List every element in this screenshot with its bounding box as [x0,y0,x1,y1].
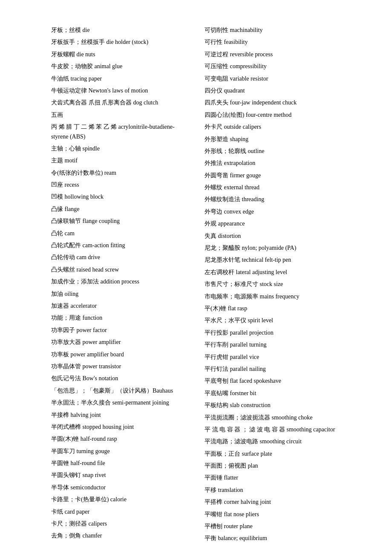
list-item: 可切削性 machinability [205,26,341,35]
list-item: 牛顿运动定律 Newton's laws of motion [51,86,187,95]
list-item: 五画 [51,110,187,120]
list-item: 平移 translation [205,486,341,495]
list-item: 卡纸 card paper [51,507,187,517]
left-column: 牙板；丝模 die牙板扳手；丝模扳手 die holder (stock)牙板螺… [51,26,187,546]
list-item: 平底弯刨 flat faced spokeshave [205,376,341,386]
list-item: 四圆心法(绘图) four-centre method [205,110,341,120]
list-item: 平行投影 parallel projection [205,328,341,338]
list-item: 去角；倒角 chamfer [51,531,187,541]
list-item: 功率放大器 power amplifier [51,338,187,347]
list-item: 平行钉法 parallel nailing [205,364,341,374]
list-item: 凹座 recess [51,180,187,190]
list-item: 凸头螺丝 raised head screw [51,265,187,275]
list-item: 加成作业；添加法 addition process [51,277,187,286]
list-item: 平衡 balance; equilibrium [205,534,341,543]
list-item: 卡尺；测径器 calipers [51,519,187,529]
list-item: 平行虎钳 parallel vice [205,353,341,362]
list-item: 凸缘 flange [51,205,187,214]
list-item: 牙板螺帽 die nuts [51,50,187,59]
list-item: 平搭榫 corner halving joint [205,497,341,507]
list-item: 左右调校杆 lateral adjusting level [205,268,341,277]
list-item: 外形线；轮廓线 outline [205,147,341,156]
list-item: 牙板扳手；丝模扳手 die holder (stock) [51,38,187,47]
list-item: 平面图；俯视图 plan [205,461,341,471]
list-item: 凹模 hollowing block [51,192,187,202]
list-item: 凸缘联轴节 flange coupling [51,217,187,226]
list-item: 外观 appearance [205,219,341,228]
list-item: 平(木)锉 flat rasp [205,304,341,313]
list-item: 平行车削 parallel turning [205,340,341,350]
list-item: 平槽刨 router plane [205,522,341,531]
list-item: 四分仪 quadrant [205,86,341,95]
list-item: 卡路里；卡(热量单位) calorie [51,495,187,504]
list-item: 可变电阻 variable resistor [205,74,341,84]
list-item: 半永固法；半永久接合 semi-permanent joining [51,398,187,408]
list-item: 牛皮胶；动物胶 animal glue [51,62,187,71]
list-item: 加速器 accelerator [51,301,187,311]
list-item: 半圆锉 half-round file [51,459,187,468]
list-item: 失真 distortion [205,231,341,241]
list-item: 功率晶体管 power transistor [51,362,187,371]
list-item: 功能；用途 function [51,313,187,323]
list-item: 可压缩性 compressibility [205,62,341,71]
list-item: 平板结构 slab construction [205,401,341,410]
right-column: 可切削性 machinability可行性 feasibility可逆过程 re… [205,26,341,546]
list-item: 四爪夹头 four-jaw independent chuck [205,98,341,107]
list-item: 可逆过程 reversible process [205,50,341,59]
list-item: 包氏记号法 Bow's notation [51,374,187,383]
list-item: 平面锤 flatter [205,473,341,483]
list-item: 市售尺寸；标准尺寸 stock size [205,280,341,289]
list-item: 尼龙墨水针笔 technical felt-tip pen [205,255,341,265]
list-item: 半闭式槽榫 stopped housing joint [51,422,187,432]
list-item: 牛油纸 tracing paper [51,74,187,84]
list-item: 主题 motif [51,156,187,165]
list-item: 牙板；丝模 die [51,26,187,35]
list-item: 「包浩思」；「包豪斯」（设计风格）Bauhaus [51,386,187,396]
list-item: 半导体 semiconductor [51,483,187,492]
list-item: 犬齿式离合器 爪扭 爪形离合器 dog clutch [51,98,187,107]
list-item: 半接榫 halving joint [51,410,187,420]
list-item: 平面板；正台 surface plate [205,449,341,459]
list-item: 凸轮传动 cam drive [51,253,187,262]
list-item: 外推法 extrapolation [205,159,341,168]
list-item: 功率板 power amplifier board [51,350,187,359]
list-item: 尼龙；聚醯胺 nylon; polyamide (PA) [205,243,341,253]
list-item: 外圆弯凿 firmer gouge [205,171,341,180]
list-item: 半圆(木)锉 half-round rasp [51,434,187,444]
list-item: 凸轮 cam [51,229,187,238]
list-item: 外螺纹 external thread [205,183,341,192]
list-item: 令(纸张的计数单位) ream [51,168,187,178]
list-item: 丙 烯 腈 丁 二 烯 苯 乙 烯 acrylonitrile-butadien… [51,122,187,142]
list-item: 凸轮式配件 cam-action fitting [51,241,187,250]
list-item: 市电频率；电源频率 mains frequency [205,292,341,301]
list-item: 外螺纹制造法 threading [205,195,341,204]
list-item: 加油 oiling [51,289,187,299]
list-item: 半圆车刀 turning gouge [51,447,187,456]
main-content: 牙板；丝模 die牙板扳手；丝模扳手 die holder (stock)牙板螺… [51,26,341,546]
list-item: 平流电路；滤波电路 smoothing circuit [205,437,341,446]
list-item: 平底钻嘴 forstner bit [205,389,341,398]
list-item: 平 流 电 容 器 ； 滤 波 电 容 器 smoothing capacito… [205,425,341,434]
list-item: 外弯边 convex edge [205,207,341,217]
list-item: 外形塑造 shaping [205,135,341,144]
list-item: 平水尺；水平仪 spirit level [205,316,341,325]
list-item: 外卡尺 outside calipers [205,122,341,132]
list-item: 平嘴钳 flat nose pliers [205,510,341,519]
list-item: 可行性 feasibility [205,38,341,47]
list-item: 平流扼流圈；滤波扼流器 smoothing choke [205,413,341,422]
list-item: 半圆头铆钉 snap rivet [51,471,187,480]
list-item: 功率因子 power factor [51,326,187,335]
list-item: 主轴；心轴 spindle [51,144,187,153]
